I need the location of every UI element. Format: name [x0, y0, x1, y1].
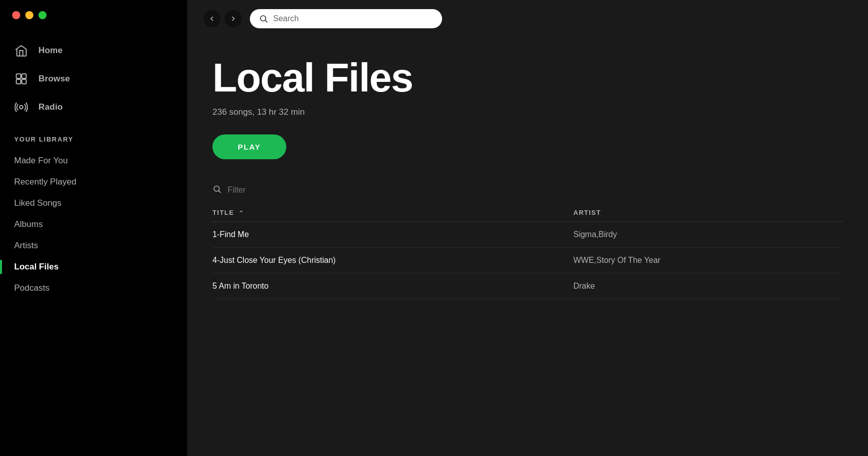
- sort-indicator: ⌃: [239, 210, 244, 216]
- filter-input[interactable]: [228, 186, 329, 195]
- search-input[interactable]: [273, 14, 433, 23]
- minimize-button[interactable]: [25, 11, 33, 19]
- liked-songs-label: Liked Songs: [14, 198, 62, 208]
- radio-icon: [14, 100, 28, 114]
- svg-point-5: [261, 16, 266, 21]
- sidebar-item-radio[interactable]: Radio: [0, 93, 187, 121]
- svg-line-8: [219, 191, 221, 193]
- sidebar-item-recently-played[interactable]: Recently Played: [0, 171, 187, 193]
- page-title: Local Files: [212, 58, 843, 98]
- topbar: [187, 0, 868, 37]
- svg-point-7: [214, 186, 220, 192]
- title-column-header[interactable]: TITLE ⌃: [212, 204, 565, 222]
- active-indicator: [0, 260, 2, 274]
- sidebar-item-albums[interactable]: Albums: [0, 214, 187, 235]
- song-title: 5 Am in Toronto: [212, 273, 565, 299]
- song-artist: WWE,Story Of The Year: [565, 248, 843, 273]
- song-title: 4-Just Close Your Eyes (Christian): [212, 248, 565, 273]
- home-label: Home: [38, 45, 63, 56]
- sidebar-item-browse[interactable]: Browse: [0, 65, 187, 93]
- traffic-lights: [0, 0, 187, 28]
- songs-table: TITLE ⌃ ARTIST 1-Find Me Sigma,Birdy 4-J…: [212, 204, 843, 299]
- search-bar[interactable]: [250, 9, 442, 28]
- main-nav: Home Browse: [0, 28, 187, 121]
- library-section: YOUR LIBRARY Made For You Recently Playe…: [0, 121, 187, 299]
- recently-played-label: Recently Played: [14, 177, 76, 187]
- main-content: Local Files 236 songs, 13 hr 32 min PLAY…: [187, 0, 868, 456]
- filter-row: [212, 185, 843, 196]
- svg-rect-0: [16, 74, 21, 78]
- local-files-label: Local Files: [14, 262, 59, 272]
- maximize-button[interactable]: [38, 11, 47, 19]
- table-row[interactable]: 4-Just Close Your Eyes (Christian) WWE,S…: [212, 248, 843, 273]
- table-header: TITLE ⌃ ARTIST: [212, 204, 843, 222]
- sidebar: Home Browse: [0, 0, 187, 456]
- radio-label: Radio: [38, 102, 63, 112]
- nav-arrows: [203, 10, 242, 27]
- song-title: 1-Find Me: [212, 222, 565, 248]
- artist-column-header[interactable]: ARTIST: [565, 204, 843, 222]
- podcasts-label: Podcasts: [14, 283, 50, 293]
- filter-icon: [212, 185, 222, 196]
- home-icon: [14, 43, 28, 58]
- song-artist: Sigma,Birdy: [565, 222, 843, 248]
- sidebar-item-podcasts[interactable]: Podcasts: [0, 278, 187, 299]
- made-for-you-label: Made For You: [14, 156, 68, 166]
- search-icon: [259, 14, 268, 23]
- albums-label: Albums: [14, 219, 43, 230]
- song-artist: Drake: [565, 273, 843, 299]
- content-area: Local Files 236 songs, 13 hr 32 min PLAY…: [187, 37, 868, 456]
- back-button[interactable]: [203, 10, 221, 27]
- play-button[interactable]: PLAY: [212, 134, 286, 159]
- sidebar-item-local-files[interactable]: Local Files: [0, 256, 187, 278]
- sidebar-item-made-for-you[interactable]: Made For You: [0, 150, 187, 171]
- browse-icon: [14, 72, 28, 86]
- sidebar-item-artists[interactable]: Artists: [0, 235, 187, 256]
- browse-label: Browse: [38, 74, 70, 84]
- sidebar-item-liked-songs[interactable]: Liked Songs: [0, 193, 187, 214]
- svg-line-6: [265, 20, 267, 22]
- table-row[interactable]: 5 Am in Toronto Drake: [212, 273, 843, 299]
- forward-button[interactable]: [225, 10, 242, 27]
- svg-rect-2: [16, 79, 21, 84]
- table-row[interactable]: 1-Find Me Sigma,Birdy: [212, 222, 843, 248]
- close-button[interactable]: [12, 11, 20, 19]
- svg-rect-1: [22, 74, 26, 78]
- library-heading: YOUR LIBRARY: [0, 135, 187, 150]
- sidebar-item-home[interactable]: Home: [0, 36, 187, 65]
- table-body: 1-Find Me Sigma,Birdy 4-Just Close Your …: [212, 222, 843, 299]
- artists-label: Artists: [14, 241, 38, 251]
- svg-point-4: [20, 106, 23, 109]
- page-subtitle: 236 songs, 13 hr 32 min: [212, 107, 843, 117]
- svg-rect-3: [22, 79, 26, 84]
